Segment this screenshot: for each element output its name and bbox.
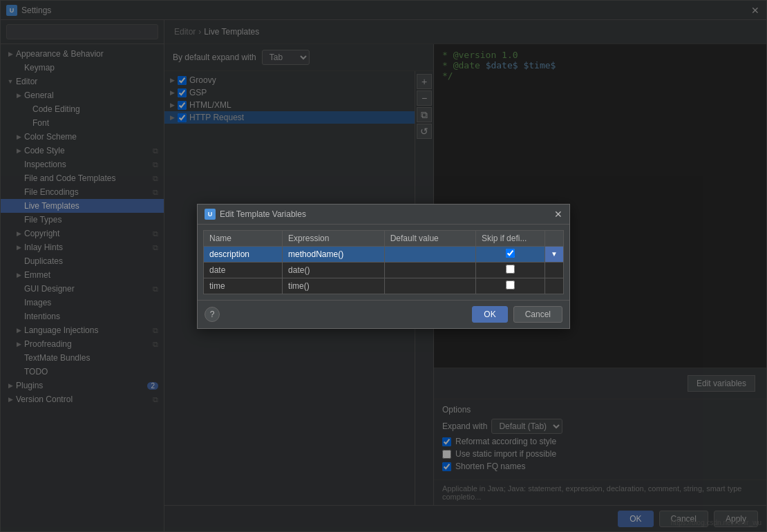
col-scroll (545, 230, 564, 246)
row-skip (476, 262, 545, 278)
col-skip: Skip if defi... (476, 230, 545, 246)
modal-icon: U (205, 209, 216, 220)
row-name: description (204, 246, 283, 262)
modal-footer: ? OK Cancel (198, 300, 569, 328)
edit-template-variables-modal: U Edit Template Variables ✕ Name Express… (197, 204, 570, 329)
row-name: date (204, 262, 283, 278)
modal-cancel-button[interactable]: Cancel (513, 306, 562, 323)
modal-table: Name Expression Default value Skip if de… (203, 230, 564, 294)
row-expression: methodName() (283, 246, 385, 262)
row-name: time (204, 278, 283, 294)
modal-body: Name Expression Default value Skip if de… (198, 225, 569, 300)
col-default-value: Default value (384, 230, 475, 246)
scroll-col (545, 262, 564, 278)
row-default-value[interactable] (384, 246, 475, 262)
modal-close-button[interactable]: ✕ (554, 209, 562, 220)
modal-overlay: U Edit Template Variables ✕ Name Express… (0, 0, 767, 532)
col-name: Name (204, 230, 283, 246)
modal-table-row[interactable]: timetime() (204, 278, 564, 294)
row-expression: date() (283, 262, 385, 278)
modal-table-row[interactable]: datedate() (204, 262, 564, 278)
row-default-value[interactable] (384, 278, 475, 294)
scroll-col: ▼ (545, 246, 564, 262)
modal-table-row[interactable]: descriptionmethodName()▼ (204, 246, 564, 262)
modal-help-button[interactable]: ? (205, 307, 220, 322)
row-expression: time() (283, 278, 385, 294)
modal-ok-button[interactable]: OK (472, 306, 507, 323)
skip-checkbox[interactable] (506, 249, 515, 258)
modal-table-header-row: Name Expression Default value Skip if de… (204, 230, 564, 246)
modal-titlebar: U Edit Template Variables ✕ (198, 205, 569, 225)
modal-buttons: OK Cancel (472, 306, 562, 323)
row-default-value[interactable] (384, 262, 475, 278)
modal-table-header: Name Expression Default value Skip if de… (204, 230, 564, 246)
row-skip (476, 246, 545, 262)
col-expression: Expression (283, 230, 385, 246)
modal-title: Edit Template Variables (220, 209, 554, 219)
scroll-col (545, 278, 564, 294)
skip-checkbox[interactable] (506, 281, 515, 289)
skip-checkbox[interactable] (506, 265, 515, 274)
row-skip (476, 278, 545, 294)
modal-table-body: descriptionmethodName()▼datedate()timeti… (204, 246, 564, 294)
